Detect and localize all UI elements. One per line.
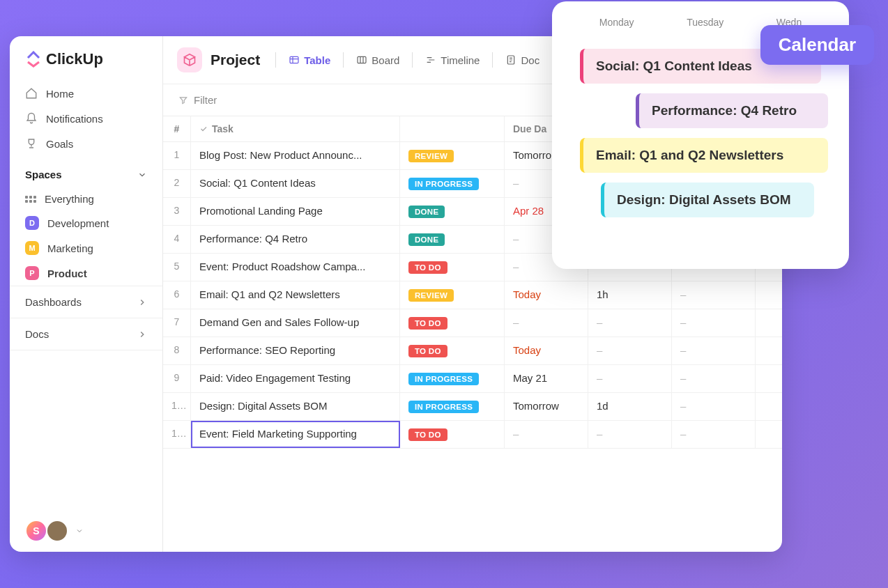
nav-goals[interactable]: Goals	[10, 131, 162, 156]
calendar-event[interactable]: Design: Digital Assets BOM	[601, 183, 814, 217]
status-badge: DONE	[408, 206, 445, 218]
sidebar-item-everything[interactable]: Everything	[10, 187, 162, 210]
nav-dashboards[interactable]: Dashboards	[10, 286, 162, 318]
cell-task[interactable]: Event: Product Roadshow Campa...	[191, 254, 400, 281]
calendar-event[interactable]: Email: Q1 and Q2 Newsletters	[580, 138, 828, 173]
cell-extra1[interactable]: –	[588, 365, 672, 392]
cell-status[interactable]: IN PROGRESS	[400, 365, 505, 392]
cell-extra2[interactable]: –	[672, 337, 756, 364]
table-row[interactable]: 6 Email: Q1 and Q2 Newsletters REVIEW To…	[163, 281, 782, 309]
cell-task[interactable]: Design: Digital Assets BOM	[191, 393, 400, 420]
logo[interactable]: ClickUp	[10, 50, 162, 81]
cell-extra2[interactable]: –	[672, 421, 756, 448]
project-icon	[177, 47, 202, 72]
cell-status[interactable]: TO DO	[400, 309, 505, 336]
cell-extra1[interactable]: –	[588, 337, 672, 364]
cell-task[interactable]: Email: Q1 and Q2 Newsletters	[191, 281, 400, 309]
cell-num: 10	[163, 393, 191, 420]
view-tab-doc[interactable]: Doc	[498, 50, 546, 70]
table-row[interactable]: 9 Paid: Video Engagement Testing IN PROG…	[163, 365, 782, 393]
space-label: Everything	[45, 193, 94, 205]
project-title: Project	[210, 52, 260, 68]
cell-num: 5	[163, 254, 191, 281]
nav-home[interactable]: Home	[10, 81, 162, 106]
cell-num: 9	[163, 365, 191, 392]
cell-num: 8	[163, 337, 191, 364]
cell-task[interactable]: Social: Q1 Content Ideas	[191, 170, 400, 197]
sidebar-space-item[interactable]: DDevelopment	[10, 210, 162, 235]
col-num[interactable]: #	[163, 116, 191, 141]
cell-task[interactable]: Blog Post: New Product Announc...	[191, 142, 400, 169]
cell-due[interactable]: –	[505, 421, 588, 448]
cell-task[interactable]: Promotional Landing Page	[191, 198, 400, 225]
space-label: Development	[47, 217, 109, 229]
cell-task[interactable]: Performance: SEO Reporting	[191, 337, 400, 364]
avatar[interactable]	[46, 520, 68, 542]
nav-notifications[interactable]: Notifications	[10, 106, 162, 131]
view-label: Table	[304, 54, 330, 66]
bottom-nav: Dashboards Docs	[10, 286, 162, 350]
table-row[interactable]: 11 Event: Field Marketing Supporting TO …	[163, 421, 782, 449]
avatar[interactable]: S	[25, 520, 47, 542]
view-tab-board[interactable]: Board	[349, 50, 406, 70]
table-row[interactable]: 7 Demand Gen and Sales Follow-up TO DO –…	[163, 309, 782, 337]
calendar-badge[interactable]: Calendar	[760, 25, 874, 65]
cell-extra1[interactable]: –	[588, 421, 672, 448]
status-badge: DONE	[408, 233, 445, 246]
cell-status[interactable]: IN PROGRESS	[400, 393, 505, 420]
filter-button[interactable]: Filter	[178, 94, 217, 106]
day-label: Tuesday	[687, 17, 724, 28]
cell-task[interactable]: Performance: Q4 Retro	[191, 226, 400, 253]
cell-extra1[interactable]: –	[588, 309, 672, 336]
col-status[interactable]	[400, 116, 505, 141]
cell-due[interactable]: Today	[505, 337, 588, 364]
col-task[interactable]: Task	[191, 116, 400, 141]
status-badge: IN PROGRESS	[408, 401, 479, 413]
cell-status[interactable]: TO DO	[400, 421, 505, 448]
view-tab-timeline[interactable]: Timeline	[418, 50, 487, 70]
cell-status[interactable]: TO DO	[400, 254, 505, 281]
nav-label: Goals	[46, 138, 73, 150]
cell-task[interactable]: Demand Gen and Sales Follow-up	[191, 309, 400, 336]
cell-extra1[interactable]: 1h	[588, 281, 672, 309]
view-tab-table[interactable]: Table	[282, 50, 337, 70]
svg-rect-0	[290, 56, 298, 63]
cell-task[interactable]: Paid: Video Engagement Testing	[191, 365, 400, 392]
cell-extra2[interactable]: –	[672, 281, 756, 309]
cell-task[interactable]: Event: Field Marketing Supporting	[191, 421, 400, 448]
status-badge: REVIEW	[408, 150, 454, 162]
cell-status[interactable]: REVIEW	[400, 142, 505, 169]
sidebar-space-item[interactable]: MMarketing	[10, 235, 162, 261]
table-row[interactable]: 10 Design: Digital Assets BOM IN PROGRES…	[163, 393, 782, 421]
cell-due[interactable]: –	[505, 309, 588, 336]
cell-due[interactable]: Today	[505, 281, 588, 309]
cell-due[interactable]: Tomorrow	[505, 393, 588, 420]
cell-extra1[interactable]: 1d	[588, 393, 672, 420]
cell-status[interactable]: DONE	[400, 198, 505, 225]
svg-rect-1	[358, 56, 366, 63]
table-row[interactable]: 8 Performance: SEO Reporting TO DO Today…	[163, 337, 782, 365]
cell-status[interactable]: DONE	[400, 226, 505, 253]
day-label: Monday	[599, 17, 634, 28]
cell-status[interactable]: IN PROGRESS	[400, 170, 505, 197]
separator	[492, 52, 493, 68]
spaces-label: Spaces	[25, 169, 62, 180]
chevron-down-icon[interactable]	[75, 527, 84, 535]
cell-status[interactable]: REVIEW	[400, 281, 505, 309]
status-badge: TO DO	[408, 428, 447, 441]
cell-extra2[interactable]: –	[672, 365, 756, 392]
chevron-right-icon	[137, 297, 147, 307]
cell-extra2[interactable]: –	[672, 393, 756, 420]
spaces-header[interactable]: Spaces	[10, 156, 162, 187]
cube-icon	[183, 53, 197, 67]
cell-due[interactable]: May 21	[505, 365, 588, 392]
cell-num: 1	[163, 142, 191, 169]
calendar-event[interactable]: Performance: Q4 Retro	[636, 93, 828, 128]
nav-docs[interactable]: Docs	[10, 318, 162, 350]
avatar-row[interactable]: S	[10, 510, 162, 552]
nav-label: Dashboards	[25, 296, 82, 308]
space-icon: P	[25, 266, 39, 280]
sidebar-space-item[interactable]: PProduct	[10, 261, 162, 286]
cell-status[interactable]: TO DO	[400, 337, 505, 364]
cell-extra2[interactable]: –	[672, 309, 756, 336]
